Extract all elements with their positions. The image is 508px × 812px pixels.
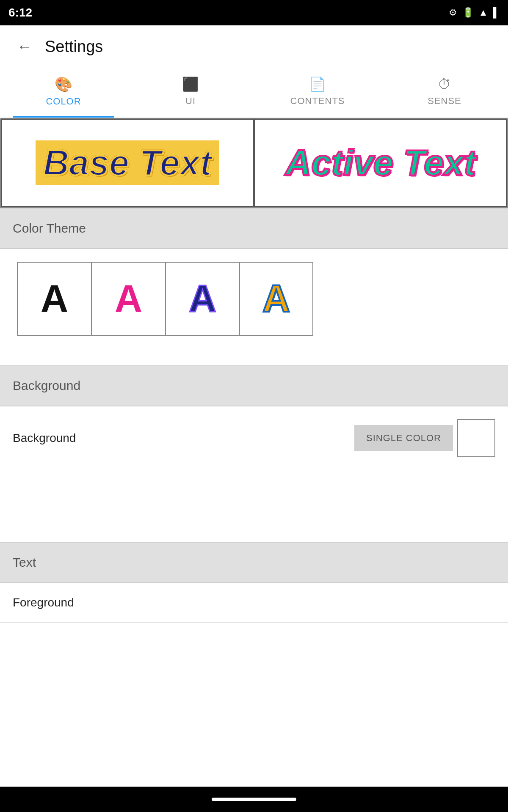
letter-pink: A bbox=[115, 277, 142, 321]
tab-ui-label: UI bbox=[185, 96, 196, 107]
text-preview: Base Text Active Text bbox=[0, 118, 508, 208]
tab-ui[interactable]: ⬛ UI bbox=[127, 68, 254, 118]
background-color-box[interactable] bbox=[457, 419, 495, 457]
tab-bar: 🎨 COLOR ⬛ UI 📄 CONTENTS ⏱ SENSE bbox=[0, 68, 508, 118]
active-text-preview[interactable]: Active Text bbox=[254, 118, 507, 207]
background-label: Background bbox=[13, 431, 354, 445]
text-section: Foreground bbox=[0, 583, 508, 623]
letter-black: A bbox=[41, 277, 68, 321]
bottom-bar bbox=[0, 787, 508, 812]
tab-color-label: COLOR bbox=[46, 96, 81, 107]
tab-contents-label: CONTENTS bbox=[290, 96, 345, 107]
color-option-purple[interactable]: A bbox=[165, 262, 239, 336]
color-theme-header: Color Theme bbox=[0, 208, 508, 249]
tab-sense-label: SENSE bbox=[428, 96, 461, 107]
active-text: Active Text bbox=[285, 142, 476, 184]
color-theme-options: A A A A bbox=[0, 249, 508, 348]
palette-icon: 🎨 bbox=[55, 76, 72, 93]
color-option-black[interactable]: A bbox=[17, 262, 91, 336]
battery-icon: 🔋 bbox=[462, 7, 474, 18]
status-time: 6:12 bbox=[8, 6, 32, 19]
color-option-pink[interactable]: A bbox=[91, 262, 165, 336]
tab-contents[interactable]: 📄 CONTENTS bbox=[254, 68, 381, 118]
text-header: Text bbox=[0, 542, 508, 583]
background-title: Background bbox=[13, 379, 80, 392]
home-indicator bbox=[212, 798, 296, 801]
top-bar: ← Settings bbox=[0, 25, 508, 68]
background-row: Background SINGLE COLOR bbox=[0, 406, 508, 542]
clock-icon: ⏱ bbox=[438, 77, 451, 92]
single-color-button[interactable]: SINGLE COLOR bbox=[354, 425, 453, 451]
wifi-icon: ▲ bbox=[479, 7, 488, 18]
signal-icon: ▌ bbox=[493, 7, 500, 18]
base-text-preview[interactable]: Base Text bbox=[1, 118, 254, 207]
foreground-row: Foreground bbox=[0, 583, 508, 623]
base-text: Base Text bbox=[36, 140, 219, 185]
settings-icon: ⚙ bbox=[449, 7, 457, 18]
letter-orange-blue: A bbox=[262, 277, 290, 321]
page-title: Settings bbox=[45, 38, 103, 56]
tab-sense[interactable]: ⏱ SENSE bbox=[381, 68, 508, 118]
text-title: Text bbox=[13, 555, 36, 569]
background-header: Background bbox=[0, 365, 508, 406]
letter-purple: A bbox=[189, 277, 216, 321]
tab-color[interactable]: 🎨 COLOR bbox=[0, 68, 127, 118]
foreground-label: Foreground bbox=[13, 596, 495, 609]
color-option-orange-blue[interactable]: A bbox=[239, 262, 313, 336]
back-button[interactable]: ← bbox=[13, 33, 36, 60]
background-options: SINGLE COLOR bbox=[354, 419, 495, 457]
status-bar: 6:12 ⚙ 🔋 ▲ ▌ bbox=[0, 0, 508, 25]
color-theme-title: Color Theme bbox=[13, 221, 86, 235]
background-section: Background SINGLE COLOR bbox=[0, 406, 508, 542]
document-icon: 📄 bbox=[309, 76, 326, 92]
status-icons: ⚙ 🔋 ▲ ▌ bbox=[449, 7, 500, 18]
download-icon: ⬛ bbox=[182, 76, 199, 92]
